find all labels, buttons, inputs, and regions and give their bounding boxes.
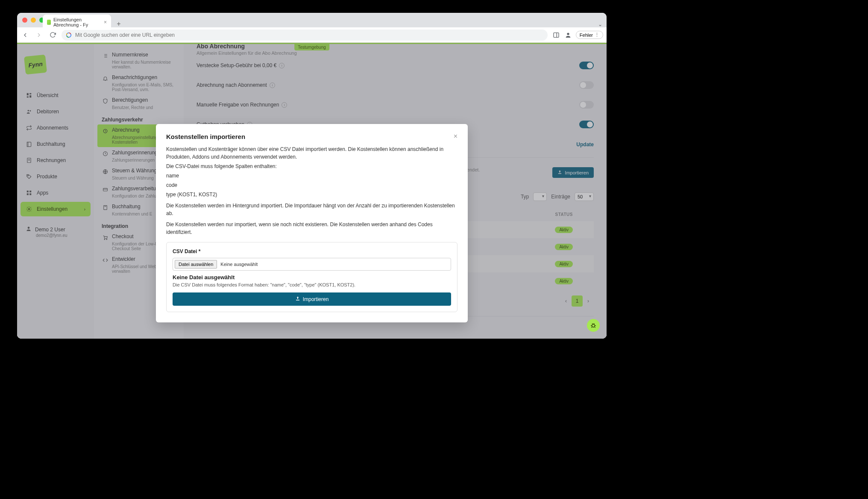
- bug-fab[interactable]: [587, 319, 600, 332]
- window-close-button[interactable]: [22, 18, 27, 23]
- file-input[interactable]: Datei auswählen Keine ausgewählt: [173, 258, 451, 271]
- modal-p1: Kostenstellen und Kostenträger können üb…: [166, 145, 457, 161]
- address-input[interactable]: [75, 32, 543, 38]
- modal-col3: type (KOST1, KOST2): [166, 191, 457, 198]
- panel-icon[interactable]: [552, 31, 560, 39]
- new-tab-button[interactable]: +: [114, 20, 123, 28]
- bug-icon: [590, 322, 597, 329]
- window-minimize-button[interactable]: [31, 18, 36, 23]
- modal-p3: Die Kostenstellen werden im Hintergrund …: [166, 202, 457, 217]
- error-pill[interactable]: Fehler ⋮: [576, 31, 603, 39]
- form-section: CSV Datei * Datei auswählen Keine ausgew…: [166, 242, 457, 312]
- tab-close-icon[interactable]: ×: [104, 19, 107, 25]
- modal-p4: Die Kostenstellen werden nur importiert,…: [166, 221, 457, 236]
- modal-col2: code: [166, 181, 457, 189]
- google-icon: [66, 32, 72, 38]
- file-label: CSV Datei *: [173, 248, 451, 254]
- import-modal: Kostenstellen importieren × Kostenstelle…: [156, 124, 468, 322]
- upload-icon: [295, 296, 300, 302]
- profile-icon[interactable]: [564, 31, 572, 39]
- choose-file-button[interactable]: Datei auswählen: [175, 260, 217, 269]
- modal-title: Kostenstellen importieren: [166, 133, 245, 140]
- modal-overlay[interactable]: Kostenstellen importieren × Kostenstelle…: [17, 43, 607, 339]
- kebab-icon: ⋮: [595, 32, 599, 38]
- svg-point-39: [592, 324, 595, 327]
- error-label: Fehler: [580, 32, 593, 38]
- tab-dropdown-icon[interactable]: ⌄: [598, 21, 602, 27]
- modal-p2: Die CSV-Datei muss folgende Spalten enth…: [166, 162, 457, 170]
- browser-tabs: Einstellungen Abrechnung - Fy × + ⌄: [43, 15, 607, 27]
- file-status: Keine ausgewählt: [220, 262, 258, 267]
- svg-rect-38: [296, 300, 299, 301]
- browser-tab[interactable]: Einstellungen Abrechnung - Fy ×: [43, 15, 111, 30]
- svg-point-3: [567, 32, 569, 35]
- traffic-lights: [22, 18, 44, 23]
- close-icon[interactable]: ×: [454, 133, 457, 140]
- tab-title: Einstellungen Abrechnung - Fy: [53, 17, 101, 27]
- app-body: Testumgebung Fynn Übersicht Debitoren Ab…: [17, 43, 607, 339]
- forward-button[interactable]: [34, 30, 44, 40]
- no-file-text: Keine Datei ausgewählt: [173, 274, 451, 281]
- submit-import-button[interactable]: Importieren: [173, 292, 451, 306]
- address-input-wrap[interactable]: [62, 30, 548, 41]
- modal-col1: name: [166, 172, 457, 180]
- address-right-icons: Fehler ⋮: [552, 31, 603, 39]
- reload-button[interactable]: [48, 30, 57, 40]
- svg-rect-1: [554, 32, 559, 37]
- tab-favicon: [47, 20, 51, 25]
- help-text: Die CSV Datei muss folgendes Format habe…: [173, 282, 451, 287]
- browser-window: Einstellungen Abrechnung - Fy × + ⌄: [17, 13, 607, 339]
- back-button[interactable]: [21, 30, 30, 40]
